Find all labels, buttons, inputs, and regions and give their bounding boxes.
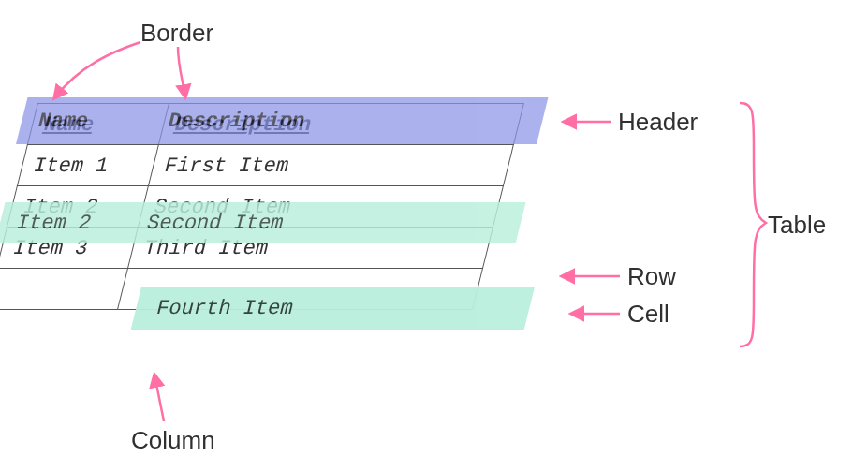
arrow-border-outer-icon	[54, 42, 140, 98]
label-row: Row	[627, 262, 676, 291]
label-border: Border	[140, 19, 213, 48]
arrow-column-icon	[154, 375, 164, 421]
brace-table-icon	[740, 103, 766, 346]
cell-name	[0, 269, 127, 310]
highlight-header: Name Description	[16, 97, 548, 144]
cell-desc: First Item	[148, 145, 513, 186]
table-row: Item 1 First Item	[17, 145, 513, 186]
label-header: Header	[618, 108, 698, 137]
highlight-row: Item 2 Second Item	[0, 202, 526, 243]
label-cell: Cell	[627, 300, 669, 329]
highlight-header-name: Name	[36, 110, 91, 133]
highlight-row-description: Second Item	[144, 212, 286, 235]
label-table: Table	[768, 211, 826, 240]
cell-name: Item 1	[17, 145, 158, 186]
highlight-row-name: Item 2	[14, 212, 94, 235]
arrow-border-inner-icon	[178, 47, 185, 97]
highlight-cell-value: Fourth Item	[154, 297, 295, 320]
highlight-cell: Fourth Item	[131, 287, 535, 330]
highlight-header-description: Description	[166, 110, 307, 133]
label-column: Column	[131, 426, 215, 455]
